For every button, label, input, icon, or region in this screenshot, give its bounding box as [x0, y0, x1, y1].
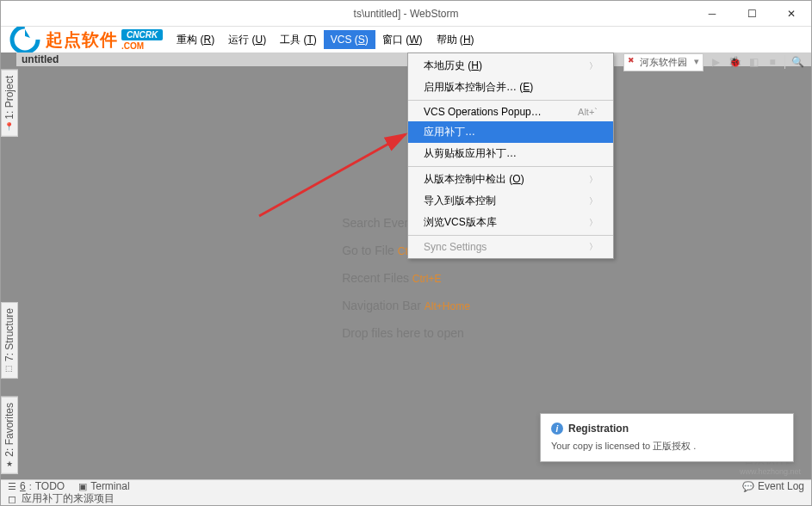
site-logo: 起点软件 CNCRK .COM	[1, 22, 170, 57]
menubar-row: 起点软件 CNCRK .COM 重构 (R)运行 (U)工具 (T)VCS (S…	[1, 27, 811, 52]
dropdown-item[interactable]: 导入到版本控制〉	[408, 190, 613, 212]
minimize-button[interactable]: ─	[692, 1, 732, 27]
dropdown-item[interactable]: 浏览VCS版本库〉	[408, 212, 613, 233]
menu-运行[interactable]: 运行 (U)	[221, 29, 273, 51]
statusbar: ☰ 6: TODO ▣ Terminal 💬 Event Log	[1, 479, 811, 492]
status-message: 应用补丁的来源项目	[22, 491, 115, 506]
menu-separator	[408, 166, 613, 167]
terminal-tab[interactable]: ▣ Terminal	[78, 480, 129, 492]
dropdown-item[interactable]: 应用补丁…	[408, 121, 613, 143]
popup-body: Your copy is licensed to 正版授权 .	[551, 440, 783, 453]
menu-separator	[408, 235, 613, 236]
window-title: ts\untitled] - WebStorm	[354, 8, 459, 20]
coverage-icon[interactable]: ◧	[747, 55, 760, 69]
logo-text: 起点软件	[46, 28, 118, 52]
logo-swirl-icon	[8, 22, 42, 57]
toolbar: 河东软件园 ▶ 🐞 ◧ ■ 🔍	[623, 52, 804, 71]
vcs-dropdown-menu: 本地历史 (H)〉启用版本控制合并… (E)VCS Operations Pop…	[407, 52, 614, 259]
separator	[784, 55, 785, 69]
dropdown-item[interactable]: 从剪贴板应用补丁…	[408, 143, 613, 164]
maximize-button[interactable]: ☐	[732, 1, 772, 27]
search-icon[interactable]: 🔍	[790, 55, 804, 69]
bottom-status: ◻ 应用补丁的来源项目	[1, 492, 811, 505]
logo-badge: CNCRK .COM	[121, 29, 163, 51]
editor-hint: Drop files here to open	[342, 326, 470, 340]
run-config-select[interactable]: 河东软件园	[623, 53, 704, 71]
menu-工具[interactable]: 工具 (T)	[273, 29, 324, 51]
menu-vcs[interactable]: VCS (S)	[324, 30, 375, 49]
editor-hint: Recent Files Ctrl+E	[342, 271, 470, 285]
menu-窗口[interactable]: 窗口 (W)	[375, 29, 430, 51]
dropdown-item[interactable]: 本地历史 (H)〉	[408, 55, 613, 77]
todo-tab[interactable]: ☰ 6: TODO	[8, 480, 65, 492]
debug-icon[interactable]: 🐞	[728, 55, 741, 69]
titlebar: ts\untitled] - WebStorm ─ ☐ ✕	[1, 1, 811, 27]
dropdown-item[interactable]: VCS Operations Popup…Alt+`	[408, 102, 613, 121]
menu-重构[interactable]: 重构 (R)	[170, 29, 221, 51]
stop-icon[interactable]: ■	[766, 55, 779, 69]
menubar: 重构 (R)运行 (U)工具 (T)VCS (S)窗口 (W)帮助 (H)	[170, 29, 480, 51]
dropdown-item: Sync Settings〉	[408, 238, 613, 256]
dropdown-item[interactable]: 从版本控制中检出 (O)〉	[408, 169, 613, 190]
menu-帮助[interactable]: 帮助 (H)	[430, 29, 481, 51]
close-button[interactable]: ✕	[772, 1, 811, 27]
registration-popup: Registration Your copy is licensed to 正版…	[540, 413, 794, 462]
sidebar-tab-project[interactable]: 📍1: Project	[1, 70, 18, 137]
status-icon: ◻	[8, 493, 16, 505]
sidebar-tab-structure[interactable]: ⬚7: Structure	[1, 302, 18, 379]
window-controls: ─ ☐ ✕	[692, 1, 811, 27]
sidebar-tab-favorites[interactable]: ★2: Favorites	[1, 397, 18, 474]
menu-separator	[408, 100, 613, 101]
popup-title: Registration	[551, 423, 783, 435]
run-icon[interactable]: ▶	[709, 55, 722, 69]
dropdown-item[interactable]: 启用版本控制合并… (E)	[408, 77, 613, 98]
editor-hint: Navigation Bar Alt+Home	[342, 299, 470, 312]
eventlog-tab[interactable]: 💬 Event Log	[742, 480, 804, 492]
